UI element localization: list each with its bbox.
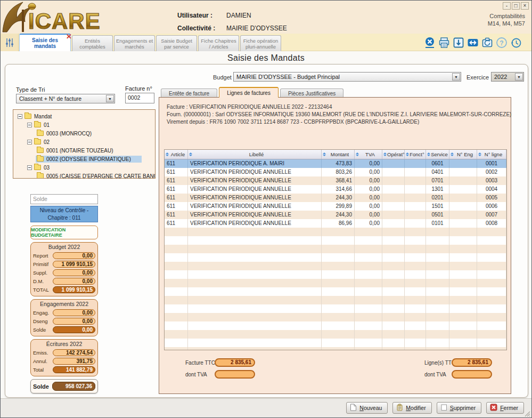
tab-engagements-et-march-s[interactable]: Engagements et marchés [114,35,155,51]
empty-row[interactable] [165,296,506,304]
table-row[interactable]: 611VERIFICATION PERIODIQUE ANNUELLE803,2… [165,168,506,176]
modifier-button[interactable]: Modifier [392,402,431,414]
column-header-tva[interactable]: TVA [355,150,382,159]
collapse-icon[interactable] [27,165,32,170]
collapse-icon[interactable] [27,140,32,144]
empty-row[interactable] [165,339,506,347]
tab-lignes-de-factures[interactable]: Lignes de factures [219,87,279,98]
cell-tva: 0,00 [355,159,382,168]
table-row[interactable]: 611VERIFICATION PERIODIQUE A. MAIRI473,8… [165,159,506,168]
empty-row[interactable] [165,253,506,262]
column-header-article[interactable]: Article [165,150,188,159]
table-row[interactable]: 611VERIFICATION PERIODIQUE ANNUELLE299,8… [165,202,506,211]
resize-grip[interactable] [524,411,530,417]
fermer-button[interactable]: Fermer [486,402,524,414]
cell-article [165,236,188,245]
cell-article: 611 [165,185,188,194]
column-header-libell[interactable]: Libellé [188,150,322,159]
table-row[interactable]: 611VERIFICATION PERIODIQUE ANNUELLE244,3… [165,211,506,219]
empty-row[interactable] [165,270,506,279]
cell-tva: 0,00 [355,194,382,202]
column-header-n-ligne[interactable]: N° ligne [477,150,506,159]
cell-n_eng [449,304,477,313]
cell-montant [322,339,355,347]
tab-entete-de-facture[interactable]: Entête de facture [161,89,217,98]
close-button[interactable]: × [521,2,529,10]
print-button[interactable] [437,36,451,50]
cell-service [426,287,449,296]
tree-item-0001-notaire-touzeau[interactable]: 0001 (NOTAIRE TOUZEAU) [14,146,154,155]
sort-type-select[interactable]: Classemt + N° de facture ▼ [16,94,115,103]
solde-input[interactable]: Solde [30,194,98,204]
filters-button[interactable] [1,34,19,51]
cell-operat [382,279,405,287]
tree-item-content: 0002 (ODYSSEE INFORMATIQUE) [36,156,142,163]
cell-operat [382,219,405,228]
chevron-down-icon[interactable]: ▼ [106,95,114,102]
remote-support-button[interactable] [466,36,480,50]
grid-header: ArticleLibelléMontantTVAOpérat°Fonct°Ser… [165,150,506,159]
tree-item-03[interactable]: 03 [14,163,154,172]
minimize-button[interactable]: - [503,2,511,10]
cell-montant [322,236,355,245]
maximize-button[interactable]: □ [512,2,520,10]
empty-row[interactable] [165,313,506,321]
collapse-icon[interactable] [27,123,32,127]
tree-item-02[interactable]: 02 [14,138,154,146]
empty-row[interactable] [165,245,506,253]
empty-row[interactable] [165,330,506,339]
tree-item-01[interactable]: 01 [14,120,154,129]
empty-row[interactable] [165,304,506,313]
table-row[interactable]: 611VERIFICATION PERIODIQUE ANNUELLE244,3… [165,194,506,202]
disconnect-button[interactable] [423,36,437,50]
column-header-n-eng[interactable]: N° Eng [449,150,477,159]
cell-montant: 86,96 [322,219,355,228]
money-value: 1 099 910,15 [53,261,95,268]
sort-icon [383,152,387,156]
cell-service: 0501 [426,211,449,219]
tree-item-0005-caisse-d-epargne-cb-carte-bancaire[interactable]: 0005 (CAISSE D'EPARGNE CB CARTE BANCAIRE… [14,172,154,179]
empty-row[interactable] [165,347,506,350]
column-header-montant[interactable]: Montant [322,150,355,159]
tab-close-icon[interactable]: ✕ [66,33,72,40]
table-row[interactable]: 611VERIFICATION PERIODIQUE ANNUELLE368,4… [165,176,506,185]
tab-saisie-budget-par-service[interactable]: Saisie Budget par service [156,35,197,51]
supprimer-button[interactable]: Supprimer [437,402,481,414]
tab-fiche-op-ration-pluri-annuelle[interactable]: Fiche opération pluri-annuelle [240,35,281,51]
empty-row[interactable] [165,236,506,245]
empty-row[interactable] [165,279,506,287]
empty-row[interactable] [165,321,506,330]
download-button[interactable] [452,36,465,50]
empty-row[interactable] [165,262,506,270]
history-button[interactable] [509,36,523,50]
cell-tva: 0,00 [355,211,382,219]
nouveau-button[interactable]: Nouveau [346,402,388,414]
disconnect-icon [423,36,436,49]
budget-select[interactable]: MAIRIE D'ODYSSEE - Budget Principal ▼ [233,72,461,82]
collapse-icon[interactable] [18,114,22,119]
chevron-down-icon[interactable]: ▼ [515,73,523,81]
facture-number-input[interactable]: 0002 [125,93,154,103]
chevron-down-icon[interactable]: ▼ [452,73,460,81]
tree-item-mandat[interactable]: Mandat [14,112,154,120]
tab-saisie-des-mandats[interactable]: Saisie des mandats✕ [19,34,71,51]
cell-n_ligne [477,287,506,296]
column-header-fonct[interactable]: Fonct° [405,150,426,159]
table-row[interactable]: 611VERIFICATION PERIODIQUE ANNUELLE86,96… [165,219,506,228]
tree-item-0003-monrocq[interactable]: 0003 (MONROCQ) [14,129,154,138]
empty-row[interactable] [165,228,506,236]
exercice-select[interactable]: 2022 ▼ [491,72,524,82]
tab-entit-s-comptables[interactable]: Entités comptables [72,35,113,51]
cell-n_eng [449,219,477,228]
window-controls: - □ × [503,2,529,10]
tab-pieces-justificatives[interactable]: Pièces Justificatives [280,89,343,98]
tab-fiche-chapitres-articles[interactable]: Fiche Chapitres / Articles [198,35,239,51]
column-header-service[interactable]: Service [426,150,449,159]
tree-item-0002-odyssee-informatique[interactable]: 0002 (ODYSSEE INFORMATIQUE) [14,155,154,163]
logo-text: ICARE [28,9,101,33]
help-button[interactable]: ? [495,36,509,50]
column-header-op-rat[interactable]: Opérat° [382,150,405,159]
empty-row[interactable] [165,287,506,296]
snapshot-button[interactable] [480,36,494,50]
table-row[interactable]: 611VERIFICATION PERIODIQUE ANNUELLE314,6… [165,185,506,194]
